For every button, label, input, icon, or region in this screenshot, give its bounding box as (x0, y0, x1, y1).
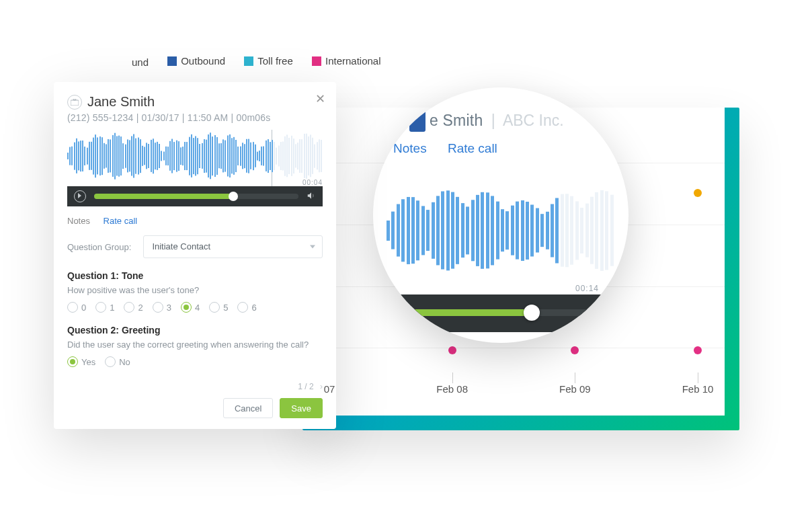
cancel-button[interactable]: Cancel (223, 398, 273, 418)
volume-icon[interactable] (307, 191, 316, 202)
zoom-tab-notes[interactable]: Notes (393, 141, 427, 155)
option-label: 4 (195, 303, 200, 313)
radio-icon (67, 302, 78, 313)
pager: 1 / 2 › (67, 382, 323, 391)
option-2[interactable]: 2 (124, 302, 143, 313)
option-label: No (119, 357, 130, 367)
tab-rate-call[interactable]: Rate call (104, 216, 138, 226)
legend-item-inbound-fragment: und (132, 56, 149, 68)
audio-player (67, 186, 323, 206)
player-thumb[interactable] (229, 192, 238, 201)
radio-icon (105, 356, 116, 367)
option-label: 2 (138, 303, 143, 313)
separator: | (491, 112, 495, 129)
briefcase-icon (67, 95, 82, 110)
option-5[interactable]: 5 (209, 302, 228, 313)
question-2: Question 2: Greeting Did the user say th… (67, 325, 323, 367)
svg-rect-1 (73, 99, 76, 100)
option-label: 5 (223, 303, 228, 313)
card-tabs: Notes Rate call (67, 216, 323, 226)
question-group-select[interactable]: Initiate Contact (143, 235, 323, 258)
chart-point[interactable] (694, 189, 702, 197)
legend-label: Toll free (257, 55, 293, 67)
call-meta-line: (212) 555-1234 | 01/30/17 | 11:50 AM | 0… (67, 112, 323, 123)
option-3[interactable]: 3 (153, 302, 171, 313)
x-axis-label: Feb 09 (559, 383, 591, 395)
close-icon[interactable]: ✕ (315, 91, 325, 106)
call-type-legend: und Outbound Toll free International (132, 55, 397, 68)
question-prompt: Did the user say the correct greeting wh… (67, 340, 323, 350)
zoom-waveform (373, 178, 628, 282)
question-group-value: Initiate Contact (152, 241, 210, 251)
legend-item-international: International (312, 55, 381, 67)
x-axis-label: 07 (324, 383, 335, 395)
question-title: Question 1: Tone (67, 270, 323, 281)
x-axis-label: Feb 10 (682, 383, 714, 395)
zoom-contact-name: e Smith (430, 112, 483, 129)
card-waveform: 00:04 (67, 126, 323, 186)
zoom-tabs: Notes Rate call (393, 141, 515, 156)
radio-icon (237, 302, 248, 313)
option-label: 3 (167, 303, 171, 313)
legend-label: Outbound (181, 55, 225, 67)
playhead-time: 00:04 (302, 179, 323, 186)
call-preview-zoom: e Smith | ABC Inc. Notes Rate call 00:14 (373, 87, 628, 343)
legend-swatch-tollfree (244, 56, 253, 66)
option-6[interactable]: 6 (237, 302, 256, 313)
call-rating-card: ✕ Jane Smith (212) 555-1234 | 01/30/17 |… (54, 82, 336, 429)
option-0[interactable]: 0 (67, 302, 86, 313)
question-group-label: Question Group: (67, 242, 131, 252)
contact-name: Jane Smith (87, 94, 155, 110)
radio-icon (181, 302, 192, 313)
question-prompt: How positive was the user's tone? (67, 285, 323, 295)
legend-label: International (325, 55, 381, 67)
player-track[interactable] (94, 194, 298, 199)
chevron-right-icon[interactable]: › (320, 382, 323, 391)
zoom-playhead-time: 00:14 (575, 284, 599, 293)
question-1: Question 1: Tone How positive was the us… (67, 270, 323, 313)
play-icon[interactable] (74, 190, 86, 202)
radio-icon (67, 356, 78, 367)
chart-point[interactable] (571, 346, 579, 354)
option-label: 1 (110, 303, 114, 313)
legend-swatch-outbound (167, 56, 177, 66)
question-1-options: 0123456 (67, 302, 323, 313)
pager-text: 1 / 2 (298, 382, 313, 391)
radio-icon (124, 302, 134, 313)
legend-item-outbound: Outbound (167, 55, 225, 67)
x-axis-label: Feb 08 (436, 383, 468, 395)
option-label: Yes (81, 357, 95, 367)
option-label: 6 (251, 303, 256, 313)
question-2-options: YesNo (67, 356, 323, 367)
question-title: Question 2: Greeting (67, 325, 323, 336)
chart-point[interactable] (448, 346, 456, 354)
zoom-header: e Smith | ABC Inc. (430, 112, 564, 130)
option-yes[interactable]: Yes (67, 356, 95, 367)
player-progress (94, 194, 233, 199)
zoom-tab-rate[interactable]: Rate call (448, 141, 497, 155)
zoom-contact-org: ABC Inc. (503, 112, 564, 129)
radio-icon (95, 302, 106, 313)
zoom-player-thumb[interactable] (524, 305, 540, 321)
option-1[interactable]: 1 (95, 302, 114, 313)
radio-icon (209, 302, 220, 313)
legend-label: und (132, 56, 149, 68)
option-label: 0 (81, 303, 86, 313)
legend-item-tollfree: Toll free (244, 55, 293, 67)
svg-rect-0 (71, 100, 79, 106)
tab-notes[interactable]: Notes (67, 216, 90, 226)
save-button[interactable]: Save (280, 398, 323, 418)
radio-icon (153, 302, 163, 313)
legend-swatch-international (312, 56, 321, 66)
chart-point[interactable] (694, 346, 702, 354)
option-4[interactable]: 4 (181, 302, 200, 313)
zoom-player-track[interactable] (389, 309, 612, 316)
option-no[interactable]: No (105, 356, 130, 367)
